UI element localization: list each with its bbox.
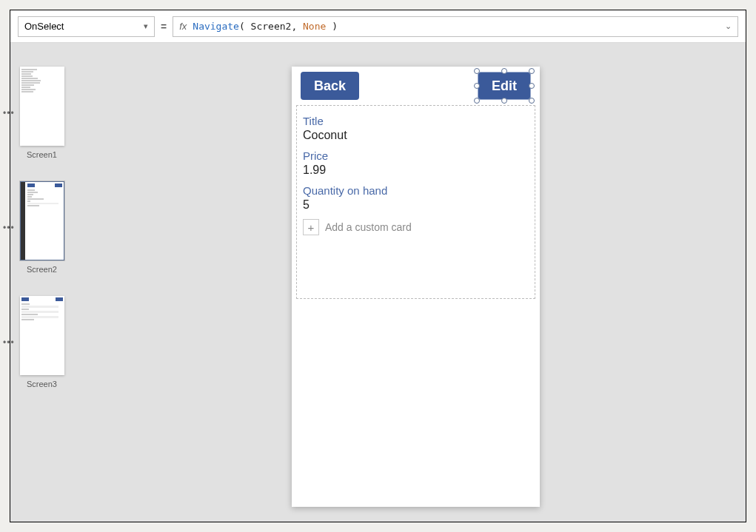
display-form[interactable]: Title Coconut Price 1.99 Quantity on han… [296, 105, 535, 299]
thumbnail-preview [20, 296, 64, 375]
resize-handle[interactable] [529, 83, 535, 89]
more-icon[interactable]: ••• [3, 337, 15, 348]
thumbnail-label: Screen2 [10, 265, 73, 274]
form-field: Title Coconut [303, 115, 529, 142]
app-frame: OnSelect ▾ = fx Navigate( Screen2, None … [10, 10, 746, 522]
resize-handle[interactable] [474, 68, 480, 74]
edit-button[interactable]: Edit [478, 72, 531, 100]
thumbnail-screen1[interactable]: ••• Screen1 [10, 67, 73, 159]
chevron-down-icon: ▾ [144, 21, 148, 31]
field-value: 1.99 [303, 164, 529, 177]
add-card-label: Add a custom card [325, 221, 412, 233]
field-label: Title [303, 115, 529, 127]
more-icon[interactable]: ••• [3, 108, 15, 118]
thumbnail-label: Screen3 [10, 380, 73, 388]
field-label: Quantity on hand [303, 184, 529, 197]
resize-handle[interactable] [501, 68, 507, 74]
thumbnail-screen2[interactable]: ••• Screen2 [10, 181, 73, 274]
resize-handle[interactable] [529, 98, 535, 104]
resize-handle[interactable] [474, 83, 480, 89]
resize-handle[interactable] [529, 68, 535, 74]
selected-control[interactable]: Edit [478, 72, 531, 100]
field-value: Coconut [303, 129, 529, 142]
chevron-down-icon[interactable]: ⌄ [725, 21, 732, 31]
thumbnail-preview [20, 181, 64, 260]
thumbnail-label: Screen1 [10, 150, 73, 159]
phone-header: Back Edit [292, 67, 540, 105]
back-button[interactable]: Back [301, 72, 359, 100]
formula-bar: OnSelect ▾ = fx Navigate( Screen2, None … [10, 10, 746, 43]
add-custom-card[interactable]: + Add a custom card [303, 219, 529, 235]
resize-handle[interactable] [474, 98, 480, 104]
equals-label: = [161, 21, 167, 33]
formula-input[interactable]: fx Navigate( Screen2, None ) ⌄ [173, 16, 738, 37]
phone-canvas: Back Edit Title Coconut [292, 67, 540, 507]
thumbnail-preview [20, 67, 64, 146]
field-label: Price [303, 149, 529, 162]
form-field: Price 1.99 [303, 149, 529, 177]
property-selector-value: OnSelect [24, 21, 64, 32]
field-value: 5 [303, 198, 529, 212]
property-selector[interactable]: OnSelect ▾ [18, 16, 155, 37]
plus-icon: + [303, 219, 319, 235]
screen-thumbnails: ••• Screen1 ••• [10, 43, 73, 522]
formula-text: Navigate( Screen2, None ) [193, 21, 719, 32]
form-field: Quantity on hand 5 [303, 184, 529, 212]
more-icon[interactable]: ••• [3, 223, 15, 233]
thumbnail-screen3[interactable]: ••• Screen3 [10, 296, 73, 388]
fx-icon: fx [179, 21, 187, 32]
canvas-area: ••• Screen1 ••• [10, 43, 746, 522]
resize-handle[interactable] [501, 98, 507, 104]
